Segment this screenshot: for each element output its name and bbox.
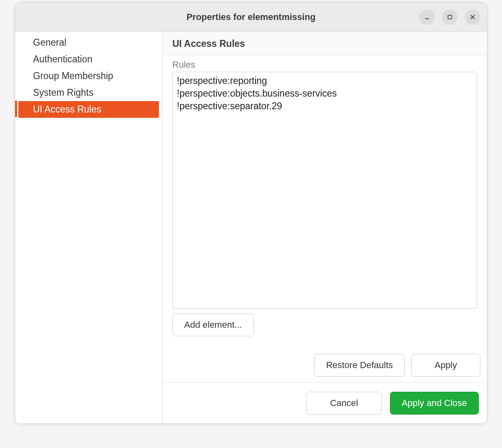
minimize-button[interactable] xyxy=(419,9,435,25)
close-button[interactable] xyxy=(465,9,480,25)
maximize-icon xyxy=(447,14,453,20)
rules-textarea[interactable]: !perspective:reporting !perspective:obje… xyxy=(172,72,477,309)
content-pane: UI Access Rules Rules !perspective:repor… xyxy=(163,32,487,424)
apply-and-close-button[interactable]: Apply and Close xyxy=(390,392,479,415)
minimize-icon xyxy=(424,14,430,20)
cancel-button[interactable]: Cancel xyxy=(306,392,382,415)
add-element-button[interactable]: Add element... xyxy=(172,313,254,336)
section-header: UI Access Rules xyxy=(163,32,487,55)
window-controls xyxy=(419,9,480,25)
sidebar-item-label: General xyxy=(33,37,66,48)
page-buttons: Restore Defaults Apply xyxy=(163,348,487,382)
rules-area: Rules !perspective:reporting !perspectiv… xyxy=(163,55,487,348)
maximize-button[interactable] xyxy=(442,9,458,25)
svg-rect-1 xyxy=(448,15,452,19)
sidebar-item-label: Authentication xyxy=(33,54,92,64)
sidebar-item-general[interactable]: General xyxy=(15,34,162,51)
sidebar-item-label: UI Access Rules xyxy=(33,104,101,115)
sidebar-item-label: Group Membership xyxy=(33,71,113,81)
sidebar-item-authentication[interactable]: Authentication xyxy=(15,51,162,68)
properties-dialog: Properties for elementmissing General Au… xyxy=(15,2,487,424)
close-icon xyxy=(470,14,476,20)
sidebar: General Authentication Group Membership … xyxy=(15,32,163,424)
dialog-footer: Cancel Apply and Close xyxy=(163,382,487,424)
sidebar-item-ui-access-rules[interactable]: UI Access Rules xyxy=(18,101,159,118)
sidebar-item-group-membership[interactable]: Group Membership xyxy=(15,68,162,84)
titlebar: Properties for elementmissing xyxy=(15,2,487,32)
restore-defaults-button[interactable]: Restore Defaults xyxy=(314,354,405,377)
selection-strip xyxy=(15,101,17,117)
add-element-row: Add element... xyxy=(172,313,477,336)
dialog-body: General Authentication Group Membership … xyxy=(15,32,487,424)
sidebar-item-label: System Rights xyxy=(33,87,93,98)
sidebar-item-system-rights[interactable]: System Rights xyxy=(15,84,162,101)
window-title: Properties for elementmissing xyxy=(15,12,487,22)
apply-button[interactable]: Apply xyxy=(411,354,480,377)
rules-label: Rules xyxy=(172,60,477,70)
